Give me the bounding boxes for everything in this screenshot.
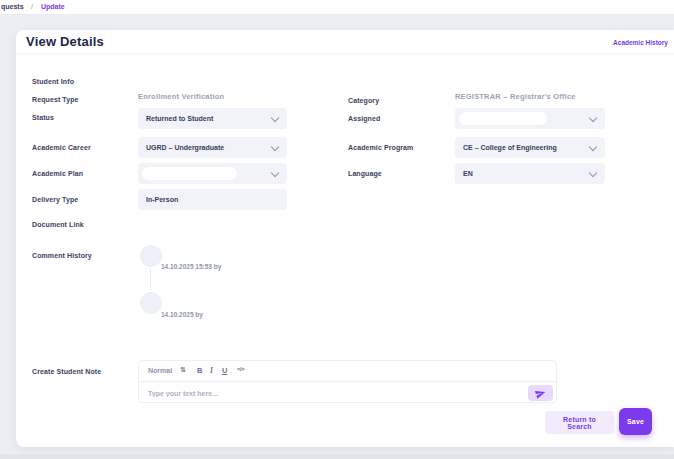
- breadcrumb: quests / Update: [0, 0, 674, 14]
- redacted-value: [459, 112, 547, 125]
- label-status: Status: [32, 114, 54, 121]
- redacted-value: [142, 167, 237, 180]
- label-academic-plan: Academic Plan: [32, 170, 83, 177]
- request-type-value: Enrollment Verification: [138, 92, 224, 101]
- academic-history-link[interactable]: Academic History: [613, 39, 668, 46]
- label-academic-program: Academic Program: [348, 144, 413, 151]
- avatar: [140, 245, 162, 267]
- breadcrumb-separator: /: [31, 3, 33, 10]
- label-delivery-type: Delivery Type: [32, 196, 78, 203]
- assigned-select[interactable]: [455, 108, 605, 129]
- status-value: Returned to Student: [146, 108, 213, 129]
- status-select[interactable]: Returned to Student: [138, 108, 287, 129]
- academic-program-select[interactable]: CE – College of Engineering: [455, 137, 605, 158]
- text-size-icon[interactable]: ⇅: [180, 366, 186, 374]
- format-selector[interactable]: Normal: [148, 367, 172, 374]
- label-language: Language: [348, 170, 382, 177]
- bold-button[interactable]: B: [197, 366, 202, 375]
- note-editor: Normal ⇅ B I U </>: [138, 360, 557, 403]
- avatar: [140, 292, 162, 314]
- academic-program-value: CE – College of Engineering: [463, 137, 557, 158]
- label-student-info: Student Info: [32, 78, 74, 85]
- language-select[interactable]: EN: [455, 163, 605, 184]
- editor-toolbar: Normal ⇅ B I U </>: [139, 361, 556, 382]
- delivery-type-field[interactable]: In-Person: [138, 189, 287, 210]
- paper-plane-icon: [534, 386, 548, 400]
- save-button[interactable]: Save: [619, 408, 652, 435]
- breadcrumb-current-update[interactable]: Update: [41, 3, 65, 10]
- send-button[interactable]: [528, 385, 553, 401]
- comment-timestamp: 14.10.2025 15:53 by: [161, 263, 221, 270]
- category-value: REGISTRAR – Registrar's Office: [455, 92, 576, 101]
- chevron-down-icon: [271, 169, 279, 177]
- note-input[interactable]: [141, 384, 520, 403]
- language-value: EN: [463, 163, 473, 184]
- header-divider: [16, 54, 674, 55]
- delivery-type-value: In-Person: [146, 189, 178, 210]
- chevron-down-icon: [271, 114, 279, 122]
- code-button[interactable]: </>: [237, 366, 244, 372]
- view-details-card: View Details Academic History Student In…: [16, 30, 674, 447]
- chevron-down-icon: [589, 169, 597, 177]
- timeline-connector: [150, 269, 151, 290]
- chevron-down-icon: [271, 143, 279, 151]
- label-category: Category: [348, 97, 379, 104]
- label-create-student-note: Create Student Note: [32, 368, 101, 375]
- comment-timestamp: 14.10.2025 by: [161, 311, 203, 318]
- academic-career-value: UGRD – Undergraduate: [146, 137, 224, 158]
- return-to-search-button[interactable]: Return to Search: [545, 411, 614, 434]
- label-academic-career: Academic Career: [32, 144, 91, 151]
- academic-career-select[interactable]: UGRD – Undergraduate: [138, 137, 287, 158]
- label-request-type: Request Type: [32, 96, 79, 103]
- label-comment-history: Comment History: [32, 252, 92, 259]
- page-title: View Details: [26, 34, 104, 49]
- breadcrumb-trail[interactable]: quests: [1, 3, 24, 10]
- chevron-down-icon: [589, 114, 597, 122]
- italic-button[interactable]: I: [210, 366, 213, 375]
- chevron-down-icon: [589, 143, 597, 151]
- underline-button[interactable]: U: [222, 366, 227, 375]
- label-assigned: Assigned: [348, 115, 380, 122]
- label-document-link: Document Link: [32, 221, 84, 228]
- page: quests / Update View Details Academic Hi…: [0, 0, 674, 459]
- academic-plan-select[interactable]: [138, 163, 287, 184]
- bottom-strip: [0, 454, 674, 459]
